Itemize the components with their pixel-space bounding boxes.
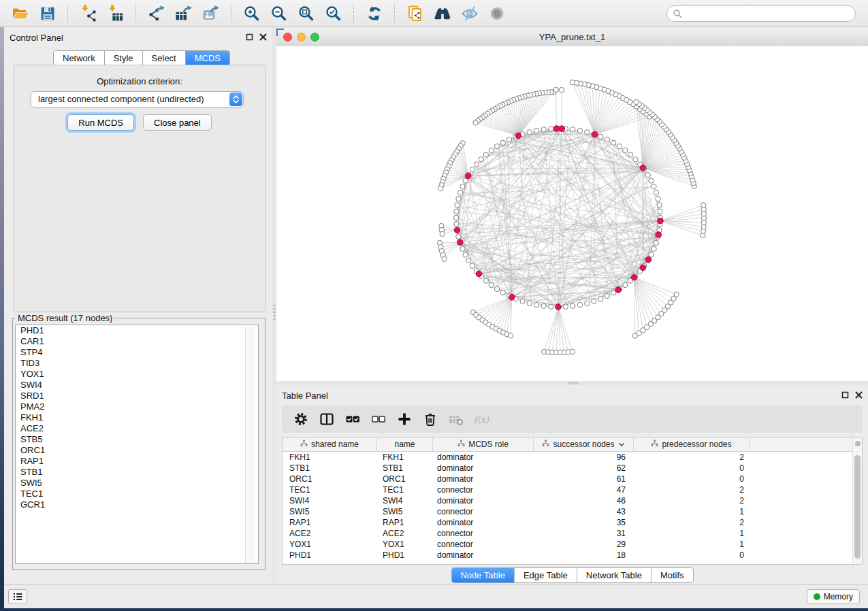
mcds-result-item[interactable]: YOX1 bbox=[16, 369, 258, 380]
tab-network[interactable]: Network bbox=[54, 51, 105, 65]
cell-shared-name[interactable]: FKH1 bbox=[283, 452, 377, 462]
table-row[interactable]: TEC1TEC1connector472 bbox=[283, 484, 862, 495]
mcds-result-item[interactable]: TEC1 bbox=[16, 489, 258, 499]
mcds-result-item[interactable]: PMA2 bbox=[16, 401, 258, 412]
cell-name[interactable]: SWI5 bbox=[377, 507, 433, 516]
cell-successor-nodes[interactable]: 61 bbox=[534, 474, 634, 484]
find-icon[interactable] bbox=[431, 3, 454, 24]
cell-successor-nodes[interactable]: 43 bbox=[534, 507, 634, 516]
optimization-criterion-select[interactable]: largest connected component (undirected) bbox=[31, 91, 244, 108]
split-columns-icon[interactable] bbox=[317, 410, 336, 428]
tab-edge-table[interactable]: Edge Table bbox=[515, 568, 577, 582]
zoom-in-icon[interactable] bbox=[240, 3, 263, 24]
cell-shared-name[interactable]: YOX1 bbox=[283, 540, 377, 549]
cell-shared-name[interactable]: RAP1 bbox=[283, 518, 377, 527]
search-input[interactable] bbox=[682, 8, 850, 19]
new-network-from-selection-icon[interactable] bbox=[404, 3, 427, 24]
cell-predecessor-nodes[interactable]: 2 bbox=[634, 452, 750, 462]
cell-predecessor-nodes[interactable]: 0 bbox=[634, 550, 750, 560]
mcds-result-item[interactable]: SWI4 bbox=[16, 380, 258, 391]
cell-name[interactable]: ACE2 bbox=[377, 529, 433, 538]
mcds-result-item[interactable]: SRD1 bbox=[16, 391, 258, 401]
cell-MCDS-role[interactable]: connector bbox=[433, 529, 534, 538]
mcds-result-item[interactable]: STB1 bbox=[16, 467, 258, 478]
tab-style[interactable]: Style bbox=[105, 51, 143, 65]
table-row[interactable]: RAP1RAP1dominator352 bbox=[283, 517, 862, 528]
table-scrollbar[interactable] bbox=[852, 437, 862, 564]
cell-MCDS-role[interactable]: connector bbox=[433, 507, 534, 516]
close-panel-icon[interactable] bbox=[259, 33, 267, 41]
cell-predecessor-nodes[interactable]: 1 bbox=[634, 529, 750, 538]
column-header-predecessor-nodes[interactable]: predecessor nodes bbox=[634, 437, 750, 451]
table-row[interactable]: YOX1YOX1connector291 bbox=[283, 539, 862, 550]
export-table-icon[interactable] bbox=[172, 3, 195, 24]
close-panel-icon[interactable] bbox=[855, 391, 863, 399]
cell-shared-name[interactable]: ACE2 bbox=[283, 529, 377, 538]
mcds-result-list[interactable]: PHD1CAR1STP4TID3YOX1SWI4SRD1PMA2FKH1ACE2… bbox=[15, 325, 259, 564]
window-maximize-button[interactable] bbox=[310, 33, 319, 42]
network-canvas[interactable] bbox=[276, 46, 868, 381]
cell-name[interactable]: RAP1 bbox=[377, 518, 433, 527]
float-window-icon[interactable] bbox=[246, 33, 253, 41]
cell-MCDS-role[interactable]: dominator bbox=[433, 496, 534, 506]
mcds-result-item[interactable]: CAR1 bbox=[16, 336, 258, 347]
cell-name[interactable]: FKH1 bbox=[377, 452, 433, 462]
refresh-view-icon[interactable] bbox=[363, 3, 386, 24]
network-graph[interactable] bbox=[276, 46, 868, 381]
table-row[interactable]: ACE2ACE2connector311 bbox=[283, 528, 862, 539]
cell-MCDS-role[interactable]: dominator bbox=[433, 518, 534, 527]
table-row[interactable]: FKH1FKH1dominator962 bbox=[283, 452, 862, 463]
fit-content-icon[interactable] bbox=[295, 3, 318, 24]
mcds-result-item[interactable]: FKH1 bbox=[16, 412, 258, 423]
cell-shared-name[interactable]: ORC1 bbox=[283, 474, 377, 484]
cell-successor-nodes[interactable]: 31 bbox=[534, 529, 634, 538]
cell-successor-nodes[interactable]: 29 bbox=[534, 540, 634, 549]
save-session-icon[interactable] bbox=[36, 3, 59, 24]
tab-mcds[interactable]: MCDS bbox=[186, 51, 229, 65]
export-image-icon[interactable] bbox=[199, 3, 223, 24]
mcds-result-item[interactable]: SWI5 bbox=[16, 478, 258, 489]
delete-column-icon[interactable] bbox=[421, 410, 440, 428]
table-row[interactable]: STB1STB1dominator620 bbox=[283, 463, 862, 474]
mcds-result-item[interactable]: GCR1 bbox=[16, 499, 258, 510]
cell-MCDS-role[interactable]: dominator bbox=[433, 452, 534, 462]
cell-successor-nodes[interactable]: 46 bbox=[534, 496, 634, 506]
import-network-icon[interactable] bbox=[77, 3, 100, 24]
settings-gear-icon[interactable] bbox=[291, 410, 310, 428]
column-header-successor-nodes[interactable]: successor nodes bbox=[534, 437, 634, 451]
memory-button[interactable]: Memory bbox=[807, 589, 860, 604]
cell-name[interactable]: TEC1 bbox=[377, 485, 433, 495]
node-table[interactable]: shared namenameMCDS rolesuccessor nodesp… bbox=[282, 437, 863, 565]
cell-name[interactable]: STB1 bbox=[377, 463, 433, 473]
cell-name[interactable]: ORC1 bbox=[377, 474, 433, 484]
close-panel-button[interactable]: Close panel bbox=[143, 114, 212, 131]
search-box[interactable] bbox=[666, 5, 856, 22]
select-all-icon[interactable] bbox=[343, 410, 362, 428]
cell-predecessor-nodes[interactable]: 1 bbox=[634, 540, 750, 549]
cell-MCDS-role[interactable]: connector bbox=[433, 485, 534, 495]
column-header-name[interactable]: name bbox=[377, 437, 433, 451]
cell-predecessor-nodes[interactable]: 0 bbox=[634, 474, 750, 484]
cell-predecessor-nodes[interactable]: 1 bbox=[634, 507, 750, 516]
table-row[interactable]: PHD1PHD1dominator180 bbox=[283, 550, 862, 561]
table-row[interactable]: ORC1ORC1dominator610 bbox=[283, 474, 862, 484]
mcds-result-item[interactable]: STP4 bbox=[16, 347, 258, 358]
export-network-icon[interactable] bbox=[145, 3, 168, 24]
window-close-button[interactable] bbox=[283, 33, 292, 42]
cell-successor-nodes[interactable]: 18 bbox=[534, 550, 634, 560]
mcds-result-item[interactable]: PHD1 bbox=[16, 325, 258, 336]
zoom-selected-icon[interactable] bbox=[322, 3, 345, 24]
horizontal-splitter-grip[interactable] bbox=[568, 382, 579, 384]
cell-successor-nodes[interactable]: 47 bbox=[534, 485, 634, 495]
cell-MCDS-role[interactable]: dominator bbox=[433, 550, 534, 560]
cell-name[interactable]: PHD1 bbox=[377, 550, 433, 560]
mcds-result-item[interactable]: RAP1 bbox=[16, 456, 258, 467]
cell-predecessor-nodes[interactable]: 2 bbox=[634, 518, 750, 527]
column-header-MCDS-role[interactable]: MCDS role bbox=[433, 437, 534, 451]
run-mcds-button[interactable]: Run MCDS bbox=[67, 114, 134, 131]
cell-predecessor-nodes[interactable]: 2 bbox=[634, 496, 750, 506]
cell-shared-name[interactable]: TEC1 bbox=[283, 485, 377, 495]
cell-MCDS-role[interactable]: connector bbox=[433, 540, 534, 549]
table-row[interactable]: SWI4SWI4dominator462 bbox=[283, 495, 862, 506]
mcds-result-item[interactable]: STB5 bbox=[16, 434, 258, 445]
